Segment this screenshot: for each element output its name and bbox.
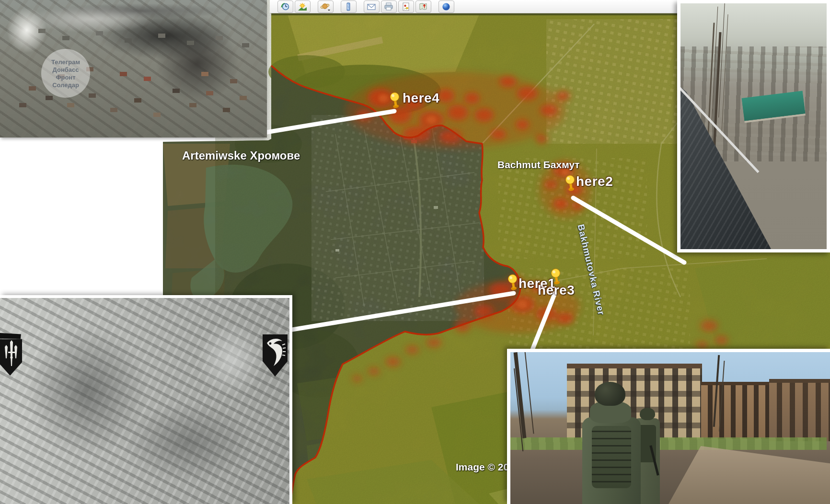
image-document-icon [401,2,411,11]
view-in-maps-button[interactable] [415,0,431,13]
watermark-line: Телеграм [51,58,80,66]
print-button[interactable] [381,0,397,13]
watermark-line: Фронт [56,74,75,81]
watermark-line: Донбасс [53,66,79,73]
historical-imagery-button[interactable] [277,0,293,13]
trident-swords-shield-emblem [0,331,23,377]
city-label: Bachmut Бахмут [497,159,580,171]
soldier-plate-carrier [592,426,631,488]
pushpin-here2[interactable] [565,175,577,195]
composite-canvas: Artemiwske Хромове Bachmut Бахмут Bakhmu… [0,0,830,504]
sun-icon [298,2,307,11]
printer-icon [384,2,393,11]
saturn-icon [320,2,331,11]
grass-strip [510,437,827,450]
drone-photo-city-smoke: Телеграм Донбасс Фронт Соледар [0,0,267,137]
soldier-helmet [595,382,625,406]
globe-icon [441,2,451,11]
aerial-photo-destroyed-village [0,295,292,504]
pin-label-here3: here3 [538,283,575,298]
rooftop-photo-ruined-town [677,0,830,252]
pushpin-here4[interactable] [389,92,402,112]
planets-button[interactable] [318,0,334,13]
buildings-texture [0,0,7,4]
clock-icon [280,2,290,11]
ruler-icon [344,2,353,11]
soldier-helmet [640,408,655,420]
ruined-houses-texture [0,298,10,304]
ruined-building [769,379,830,441]
save-image-button[interactable] [398,0,414,13]
map-pin-icon [418,2,428,11]
eagle-shield-emblem [261,332,289,378]
ruler-button[interactable] [341,0,357,13]
ruined-building [701,382,769,439]
earth-button[interactable] [438,0,454,13]
town-label: Artemiwske Хромове [182,149,300,162]
sunlight-button[interactable] [295,0,311,13]
bare-tree [514,352,527,438]
channel-watermark: Телеграм Донбасс Фронт Соледар [41,49,90,98]
pushpin-here1[interactable] [507,274,519,294]
dirt-path [669,446,830,504]
soldiers-photo-ruined-street [507,349,830,504]
soldier-figure-foreground [581,382,642,504]
envelope-icon [367,2,376,11]
pin-label-here4: here4 [403,91,439,106]
pin-label-here2: here2 [576,174,613,189]
email-button[interactable] [364,0,380,13]
watermark-line: Соледар [52,81,79,89]
